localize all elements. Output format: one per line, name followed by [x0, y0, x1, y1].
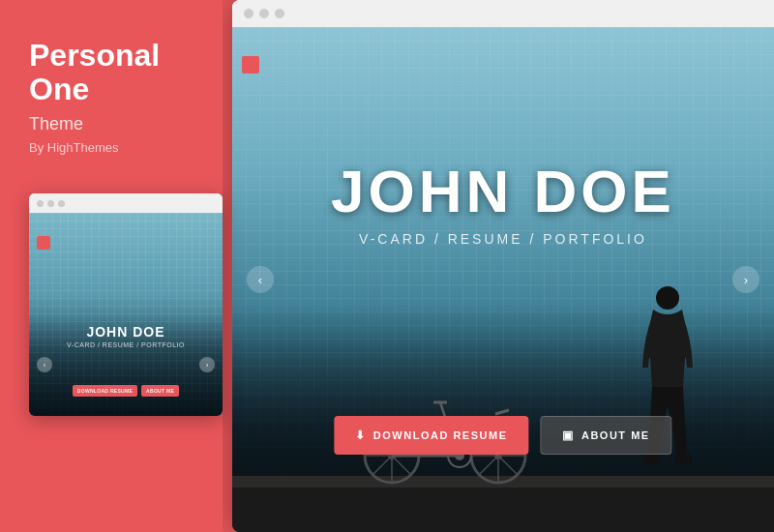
small-nav-right[interactable]: ›: [199, 357, 215, 372]
large-preview-window: JOHN DOE V-CARD / RESUME / PORTFOLIO ‹ ›…: [232, 0, 774, 532]
svg-line-19: [495, 410, 509, 414]
download-icon: ⬇: [355, 429, 367, 442]
download-resume-label: DOWNLOAD RESUME: [373, 429, 508, 441]
svg-line-16: [440, 402, 445, 417]
large-window-bar: [232, 0, 774, 27]
small-preview-content: JOHN DOE V-CARD / RESUME / PORTFOLIO ‹ ›…: [29, 213, 223, 416]
download-resume-button[interactable]: ⬇ DOWNLOAD RESUME: [334, 416, 528, 455]
theme-title: Personal One: [29, 39, 194, 106]
about-me-label: ABOUT ME: [581, 429, 650, 441]
large-favicon: [242, 56, 259, 74]
hero-buttons: ⬇ DOWNLOAD RESUME ▣ ABOUT ME: [334, 416, 671, 455]
small-buttons: DOWNLOAD RESUME ABOUT ME: [29, 385, 223, 397]
large-dot-3: [275, 9, 284, 18]
large-hero-tagline: V-CARD / RESUME / PORTFOLIO: [232, 231, 774, 247]
small-about-btn[interactable]: ABOUT ME: [141, 385, 179, 397]
theme-subtitle: Theme: [29, 114, 194, 134]
small-hero-text: JOHN DOE V-CARD / RESUME / PORTFOLIO: [29, 324, 223, 348]
small-hero-name: JOHN DOE: [29, 324, 223, 340]
small-favicon: [37, 236, 50, 250]
card-icon: ▣: [562, 429, 575, 442]
large-hero-name: JOHN DOE: [232, 162, 774, 222]
large-dot-1: [244, 9, 253, 18]
left-panel: Personal One Theme By HighThemes JOHN DO…: [0, 0, 223, 532]
large-preview-content: JOHN DOE V-CARD / RESUME / PORTFOLIO ‹ ›…: [232, 27, 774, 532]
hero-text-block: JOHN DOE V-CARD / RESUME / PORTFOLIO: [232, 162, 774, 247]
title-line1: Personal: [29, 38, 160, 73]
small-preview-window: JOHN DOE V-CARD / RESUME / PORTFOLIO ‹ ›…: [29, 193, 223, 416]
svg-point-22: [656, 286, 679, 310]
title-line2: One: [29, 72, 89, 106]
nav-arrow-left[interactable]: ‹: [247, 266, 274, 293]
small-nav: ‹ ›: [29, 357, 223, 372]
small-window-bar: [29, 193, 223, 213]
small-download-btn[interactable]: DOWNLOAD RESUME: [73, 385, 137, 397]
small-dot-2: [47, 200, 54, 207]
large-dot-2: [259, 9, 269, 18]
small-nav-left[interactable]: ‹: [37, 357, 52, 372]
small-hero-tagline: V-CARD / RESUME / PORTFOLIO: [29, 341, 223, 348]
nav-arrow-right[interactable]: ›: [732, 266, 759, 293]
theme-author: By HighThemes: [29, 140, 194, 155]
small-dot-1: [37, 200, 44, 207]
small-dot-3: [58, 200, 65, 207]
about-me-button[interactable]: ▣ ABOUT ME: [540, 416, 671, 455]
